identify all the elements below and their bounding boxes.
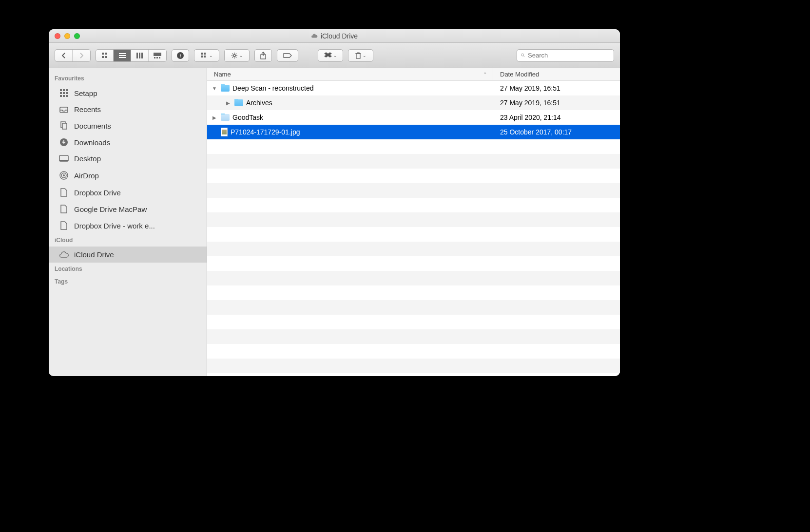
empty-row (207, 300, 620, 315)
file-name-label: P71024-171729-01.jpg (231, 128, 300, 136)
svg-rect-9 (141, 53, 143, 58)
file-date-label: 27 May 2019, 16:51 (493, 99, 620, 107)
sidebar-item-label: iCloud Drive (74, 250, 114, 259)
svg-rect-31 (63, 95, 65, 97)
file-name-cell: P71024-171729-01.jpg (207, 128, 493, 136)
svg-text:i: i (179, 53, 181, 58)
tags-button[interactable] (277, 49, 298, 62)
svg-rect-4 (119, 53, 126, 54)
chevron-down-icon: ⌄ (239, 53, 243, 58)
sidebar-item-desktop[interactable]: Desktop (49, 151, 207, 167)
file-date-label: 27 May 2019, 16:51 (493, 84, 620, 92)
sidebar-item-icloud-drive[interactable]: iCloud Drive (49, 247, 207, 263)
file-date-label: 23 April 2020, 21:14 (493, 114, 620, 121)
gallery-view-button[interactable] (149, 50, 166, 61)
file-row[interactable]: ▶Archives27 May 2019, 16:51 (207, 95, 620, 110)
svg-rect-6 (119, 57, 126, 58)
traffic-lights (49, 33, 80, 39)
column-header: Name ⌃ Date Modified (207, 68, 620, 81)
sort-ascending-icon: ⌃ (483, 72, 487, 77)
file-name-label: Deep Scan - reconstructed (232, 84, 314, 92)
trash-menu-button[interactable]: ⌄ (348, 49, 373, 62)
close-button[interactable] (55, 33, 60, 39)
zoom-button[interactable] (74, 33, 80, 39)
file-row[interactable]: ▶GoodTask23 April 2020, 21:14 (207, 110, 620, 125)
empty-row (207, 271, 620, 285)
cloud-icon (311, 33, 318, 39)
empty-row (207, 198, 620, 212)
empty-row (207, 154, 620, 169)
column-name[interactable]: Name ⌃ (207, 68, 493, 80)
svg-rect-26 (66, 89, 68, 91)
sidebar-item-dropbox-work[interactable]: Dropbox Drive - work e... (49, 217, 207, 234)
info-button[interactable]: i (172, 49, 189, 62)
file-row[interactable]: P71024-171729-01.jpg25 October 2017, 00:… (207, 125, 620, 139)
empty-row (207, 315, 620, 329)
share-icon (260, 52, 267, 59)
empty-row (207, 183, 620, 198)
svg-rect-19 (204, 56, 206, 57)
dropbox-menu-button[interactable]: ⌄ (318, 49, 343, 62)
svg-rect-7 (136, 53, 138, 58)
empty-row (207, 359, 620, 373)
forward-button[interactable] (73, 50, 90, 61)
icon-view-button[interactable] (96, 50, 114, 61)
column-date[interactable]: Date Modified (493, 68, 620, 80)
toolbar: i ⌄ ⌄ ⌄ ⌄ (49, 43, 620, 68)
disclosure-closed-icon[interactable]: ▶ (211, 115, 218, 120)
download-icon (58, 138, 69, 147)
sidebar-item-label: Dropbox Drive - work e... (74, 222, 155, 230)
column-name-label: Name (214, 71, 231, 78)
empty-row (207, 344, 620, 359)
svg-rect-10 (154, 53, 161, 56)
share-button[interactable] (254, 49, 272, 62)
svg-rect-17 (204, 53, 206, 55)
sidebar-section-favourites: Favourites (49, 72, 207, 85)
svg-rect-16 (201, 53, 203, 55)
desktop-icon (58, 155, 69, 163)
sidebar-item-google-drive[interactable]: Google Drive MacPaw (49, 201, 207, 217)
action-button[interactable]: ⌄ (224, 49, 250, 62)
svg-rect-32 (66, 95, 68, 97)
list-view-button[interactable] (114, 50, 131, 61)
sidebar-item-setapp[interactable]: Setapp (49, 85, 207, 101)
column-date-label: Date Modified (500, 71, 539, 78)
sidebar-item-dropbox-drive[interactable]: Dropbox Drive (49, 184, 207, 201)
column-view-button[interactable] (131, 50, 149, 61)
sidebar-item-downloads[interactable]: Downloads (49, 134, 207, 151)
search-field[interactable] (517, 49, 614, 62)
search-input[interactable] (528, 52, 610, 59)
svg-rect-38 (59, 160, 68, 161)
group-by-button[interactable]: ⌄ (194, 49, 219, 62)
disclosure-closed-icon[interactable]: ▶ (225, 100, 231, 106)
svg-rect-2 (102, 56, 104, 58)
dropbox-icon (324, 52, 332, 59)
empty-row (207, 227, 620, 242)
back-button[interactable] (55, 50, 73, 61)
sidebar-item-documents[interactable]: Documents (49, 117, 207, 134)
file-name-cell: ▼Deep Scan - reconstructed (207, 84, 493, 92)
empty-row (207, 242, 620, 256)
empty-row (207, 329, 620, 344)
svg-rect-0 (102, 53, 104, 55)
svg-rect-1 (105, 53, 107, 55)
empty-row (207, 285, 620, 300)
sidebar-item-recents[interactable]: Recents (49, 101, 207, 117)
trash-icon (355, 52, 361, 59)
sidebar-item-label: AirDrop (74, 171, 99, 180)
sidebar-item-label: Google Drive MacPaw (74, 205, 147, 213)
sidebar-item-label: Desktop (74, 154, 101, 163)
sidebar-item-label: Recents (74, 105, 101, 114)
file-rows: ▼Deep Scan - reconstructed27 May 2019, 1… (207, 81, 620, 376)
file-name-cell: ▶Archives (207, 99, 493, 107)
minimize-button[interactable] (64, 33, 70, 39)
disclosure-open-icon[interactable]: ▼ (211, 86, 218, 91)
file-icon (58, 205, 69, 213)
file-row[interactable]: ▼Deep Scan - reconstructed27 May 2019, 1… (207, 81, 620, 95)
sidebar-item-label: Dropbox Drive (74, 189, 121, 197)
search-icon (521, 52, 525, 58)
empty-row (207, 169, 620, 183)
svg-rect-11 (154, 57, 155, 58)
folder-icon (234, 99, 243, 106)
sidebar-item-airdrop[interactable]: AirDrop (49, 167, 207, 184)
